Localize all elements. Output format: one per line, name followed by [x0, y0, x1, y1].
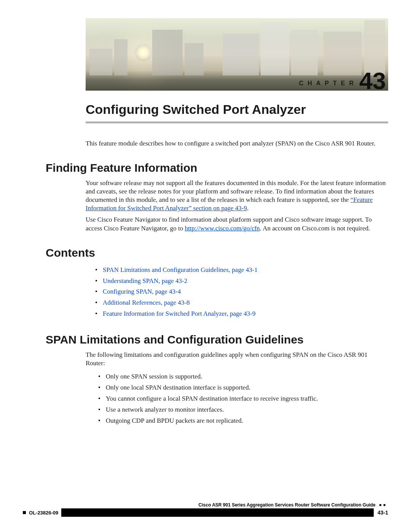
list-item: Only one SPAN session is supported.	[98, 371, 388, 382]
chapter-label: CHAPTER	[299, 80, 358, 87]
footer-doc-id: OL-23826-09	[29, 510, 58, 516]
building-graphic	[114, 39, 127, 75]
section-heading-contents: Contents	[46, 246, 388, 259]
finding-para1-pre: Your software release may not support al…	[86, 179, 386, 203]
contents-list: SPAN Limitations and Configuration Guide…	[95, 265, 388, 320]
intro-paragraph: This feature module describes how to con…	[86, 139, 388, 148]
toc-item: Feature Information for Switched Port An…	[95, 308, 388, 320]
toc-item: SPAN Limitations and Configuration Guide…	[95, 265, 388, 276]
title-rule	[86, 121, 388, 123]
list-item: Only one local SPAN destination interfac…	[98, 382, 388, 393]
page-footer: Cisco ASR 901 Series Aggregation Service…	[23, 502, 388, 517]
list-item: Use a network analyzer to monitor interf…	[98, 404, 388, 415]
building-graphic	[291, 30, 318, 75]
building-graphic	[185, 43, 204, 75]
sun-graphic	[135, 44, 152, 61]
toc-link-feature-information[interactable]: Feature Information for Switched Port An…	[103, 310, 256, 317]
limitations-intro-text: The following limitations and configurat…	[86, 351, 388, 367]
toc-link-configuring-span[interactable]: Configuring SPAN, page 43-4	[103, 288, 181, 295]
finding-body: Your software release may not support al…	[86, 179, 388, 233]
footer-squares-icon: ■ ■	[379, 503, 386, 507]
cfn-link[interactable]: http://www.cisco.com/go/cfn	[185, 225, 260, 232]
section-heading-limitations: SPAN Limitations and Configuration Guide…	[46, 333, 388, 346]
limitations-intro: The following limitations and configurat…	[86, 351, 388, 367]
footer-square-icon	[23, 511, 26, 514]
footer-page-number: 43-1	[374, 508, 388, 517]
footer-guide-title: Cisco ASR 901 Series Aggregation Service…	[23, 502, 388, 508]
toc-link-understanding-span[interactable]: Understanding SPAN, page 43-2	[103, 277, 187, 284]
finding-para1-post: .	[247, 204, 249, 212]
chapter-banner: CHAPTER 43	[86, 18, 388, 91]
limitations-list: Only one SPAN session is supported. Only…	[98, 371, 388, 426]
list-item: Outgoing CDP and BPDU packets are not re…	[98, 415, 388, 427]
toc-item: Additional References, page 43-8	[95, 297, 388, 308]
building-graphic	[323, 32, 362, 75]
list-item: You cannot configure a local SPAN destin…	[98, 393, 388, 404]
chapter-number: 43	[359, 67, 386, 91]
building-graphic	[152, 30, 183, 75]
toc-link-additional-references[interactable]: Additional References, page 43-8	[103, 299, 190, 306]
footer-bar: OL-23826-09 43-1	[23, 508, 388, 517]
toc-item: Understanding SPAN, page 43-2	[95, 276, 388, 287]
finding-para2-post: . An account on Cisco.com is not require…	[260, 225, 370, 232]
page-title: Configuring Switched Port Analyzer	[86, 102, 388, 117]
toc-link-span-limitations[interactable]: SPAN Limitations and Configuration Guide…	[103, 266, 258, 273]
page: CHAPTER 43 Configuring Switched Port Ana…	[0, 0, 411, 532]
footer-doc-id-wrap: OL-23826-09	[23, 508, 61, 517]
building-graphic	[261, 22, 289, 75]
building-graphic	[89, 49, 112, 75]
toc-item: Configuring SPAN, page 43-4	[95, 286, 388, 297]
footer-guide-text: Cisco ASR 901 Series Aggregation Service…	[199, 502, 376, 508]
building-graphic	[223, 34, 259, 75]
section-heading-finding: Finding Feature Information	[46, 161, 388, 174]
